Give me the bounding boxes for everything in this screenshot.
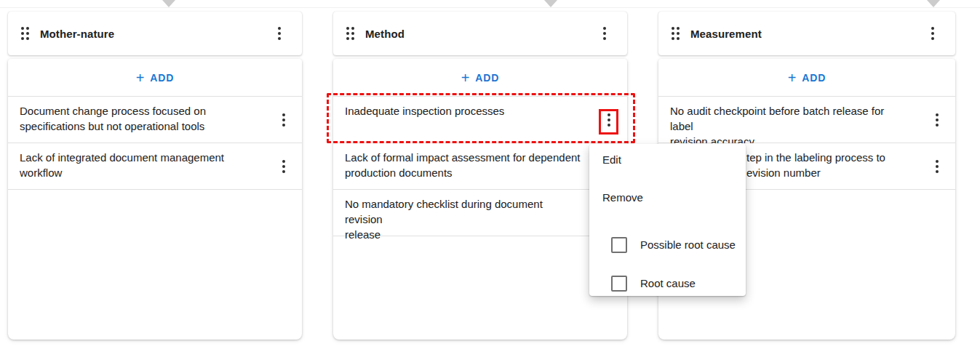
add-card-button[interactable]: + ADD <box>454 67 507 89</box>
add-row: + ADD <box>333 59 627 97</box>
checkbox-unchecked-icon[interactable] <box>611 237 627 253</box>
cause-card-selected[interactable]: Inadequate inspection processes <box>333 97 627 143</box>
column-menu-button[interactable] <box>599 25 610 41</box>
column-header: Measurement <box>658 12 955 55</box>
card-menu-button[interactable] <box>279 159 289 175</box>
cause-card-text: Document change process focused on speci… <box>8 97 302 134</box>
add-row: + ADD <box>8 59 302 97</box>
column-menu-button[interactable] <box>928 25 938 41</box>
cause-card-text: Lack of integrated document management w… <box>8 143 302 180</box>
cause-card[interactable]: Document change process focused on speci… <box>8 97 302 143</box>
column-header: Method <box>333 12 627 55</box>
add-card-button[interactable]: + ADD <box>129 67 182 89</box>
checkbox-possible-root-cause[interactable]: Possible root cause <box>611 237 736 253</box>
plus-icon: + <box>461 71 470 84</box>
menu-item-remove[interactable]: Remove <box>602 190 643 206</box>
column-panel: + ADD Inadequate inspection processes La… <box>333 59 627 340</box>
cause-card[interactable]: No mandatory checklist during document r… <box>333 190 627 236</box>
column-menu-button[interactable] <box>274 25 284 41</box>
add-row: + ADD <box>658 59 955 97</box>
column-panel: + ADD Document change process focused on… <box>8 59 302 340</box>
card-context-menu: Edit Remove Possible root cause Root cau… <box>589 144 746 296</box>
cause-card[interactable]: No audit checkpoint before batch release… <box>658 97 955 143</box>
card-menu-button[interactable] <box>279 112 289 128</box>
column-title: Measurement <box>690 28 762 40</box>
column-title: Mother-nature <box>40 28 114 40</box>
cause-card-text: Inadequate inspection processes <box>333 97 627 119</box>
drag-handle-icon[interactable] <box>21 27 29 40</box>
cause-card-text: No audit checkpoint before batch release… <box>658 97 955 149</box>
category-column-mother-nature: Mother-nature + ADD Document change proc… <box>8 0 302 357</box>
column-header: Mother-nature <box>8 12 302 55</box>
cause-card-text: Lack of formal impact assessment for dep… <box>333 143 627 180</box>
cause-card[interactable]: Lack of formal impact assessment for dep… <box>333 143 627 190</box>
drag-handle-icon[interactable] <box>672 27 680 40</box>
cause-card-text: No mandatory checklist during document r… <box>333 190 627 242</box>
card-menu-button[interactable] <box>932 112 942 128</box>
checkbox-label: Possible root cause <box>640 237 736 253</box>
checkbox-unchecked-icon[interactable] <box>611 276 627 292</box>
add-button-label: ADD <box>475 72 499 84</box>
add-button-label: ADD <box>802 72 826 84</box>
add-button-label: ADD <box>150 72 174 84</box>
causes-board: Mother-nature + ADD Document change proc… <box>0 0 980 357</box>
card-menu-button[interactable] <box>604 112 614 128</box>
add-card-button[interactable]: + ADD <box>781 67 834 89</box>
drag-handle-icon[interactable] <box>346 27 354 40</box>
column-title: Method <box>365 28 405 40</box>
menu-item-edit[interactable]: Edit <box>602 152 621 168</box>
checkbox-root-cause[interactable]: Root cause <box>611 276 696 292</box>
plus-icon: + <box>136 71 145 84</box>
checkbox-label: Root cause <box>640 276 696 292</box>
cause-card[interactable]: Lack of integrated document management w… <box>8 143 302 190</box>
plus-icon: + <box>788 71 797 84</box>
card-menu-button[interactable] <box>932 159 942 175</box>
category-column-method: Method + ADD Inadequate inspection proce… <box>333 0 627 357</box>
